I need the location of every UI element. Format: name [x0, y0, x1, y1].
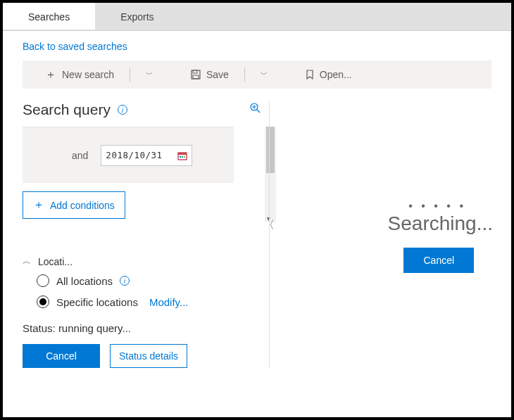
info-icon[interactable]: i: [118, 105, 127, 115]
collapse-left-icon[interactable]: 〈: [263, 218, 275, 233]
bookmark-icon: [306, 70, 314, 79]
svg-rect-7: [182, 156, 183, 158]
searching-text: Searching...: [388, 212, 493, 235]
open-button[interactable]: Open...: [306, 69, 352, 80]
panes: Search query i and 2018/10/31: [23, 101, 491, 420]
condition-area: and 2018/10/31: [23, 127, 234, 183]
save-label: Save: [206, 69, 229, 80]
radio-unchecked-icon: [37, 274, 49, 287]
locations-section-toggle[interactable]: ︿ Locati...: [23, 255, 262, 267]
and-operator-label: and: [72, 150, 88, 161]
status-line: Status: running query...: [23, 322, 262, 334]
tab-exports[interactable]: Exports: [95, 3, 179, 30]
searching-block: • • • • • Searching... Cancel: [388, 200, 493, 273]
save-dropdown[interactable]: ﹀: [261, 70, 268, 79]
toolbar-separator: [130, 68, 130, 82]
date-input[interactable]: 2018/10/31: [101, 145, 192, 166]
date-value: 2018/10/31: [106, 150, 162, 160]
section-title-row: Search query i: [23, 101, 127, 118]
calendar-icon[interactable]: [177, 151, 187, 160]
tab-searches[interactable]: Searches: [3, 2, 95, 30]
plus-icon: ＋: [33, 198, 44, 212]
loading-dots-icon: • • • • •: [388, 200, 493, 212]
right-pane: • • • • • Searching... Cancel: [274, 101, 491, 420]
chevron-down-icon: ﹀: [146, 70, 153, 79]
condition-wrap: and 2018/10/31 ▾: [23, 127, 262, 183]
locations-options: All locations i Specific locations Modif…: [23, 274, 262, 308]
svg-rect-5: [178, 153, 187, 155]
tab-strip: Searches Exports: [3, 3, 511, 31]
all-locations-label: All locations: [56, 275, 113, 287]
save-icon: [191, 70, 201, 79]
locations-heading: Locati...: [38, 256, 73, 267]
back-to-saved-searches-link[interactable]: Back to saved searches: [23, 41, 127, 52]
modify-locations-link[interactable]: Modify...: [149, 296, 189, 308]
cancel-search-button[interactable]: Cancel: [403, 248, 474, 273]
search-query-title: Search query: [23, 101, 111, 118]
pane-divider: 〈: [269, 101, 270, 369]
toolbar: ＋ New search ﹀ Save ﹀ Open...: [23, 61, 491, 89]
chevron-up-icon: ︿: [23, 255, 31, 267]
svg-rect-2: [193, 75, 199, 79]
svg-rect-8: [184, 156, 185, 158]
left-pane: Search query i and 2018/10/31: [23, 101, 262, 420]
open-label: Open...: [320, 69, 352, 80]
radio-all-locations[interactable]: All locations i: [37, 274, 262, 287]
status-value: running query...: [58, 322, 131, 334]
search-query-header: Search query i: [23, 101, 262, 118]
status-buttons: Cancel Status details: [23, 344, 262, 368]
add-conditions-label: Add conditions: [50, 200, 115, 211]
save-button[interactable]: Save: [191, 69, 229, 80]
new-search-button[interactable]: ＋ New search: [45, 68, 114, 82]
specific-locations-label: Specific locations: [56, 296, 138, 308]
toolbar-separator: [244, 68, 245, 82]
new-search-dropdown[interactable]: ﹀: [146, 70, 153, 79]
status-details-button[interactable]: Status details: [110, 344, 187, 368]
content-area: Back to saved searches ＋ New search ﹀ Sa…: [3, 31, 511, 420]
info-icon[interactable]: i: [120, 276, 130, 286]
radio-specific-locations[interactable]: Specific locations Modify...: [37, 295, 262, 308]
svg-rect-6: [180, 156, 181, 158]
cancel-query-button[interactable]: Cancel: [23, 344, 100, 368]
language-filter-icon[interactable]: [249, 102, 262, 117]
status-label: Status:: [23, 322, 56, 334]
radio-checked-icon: [37, 295, 49, 308]
plus-icon: ＋: [45, 68, 56, 82]
new-search-label: New search: [62, 69, 114, 80]
add-conditions-button[interactable]: ＋ Add conditions: [23, 191, 125, 219]
chevron-down-icon: ﹀: [261, 70, 268, 79]
